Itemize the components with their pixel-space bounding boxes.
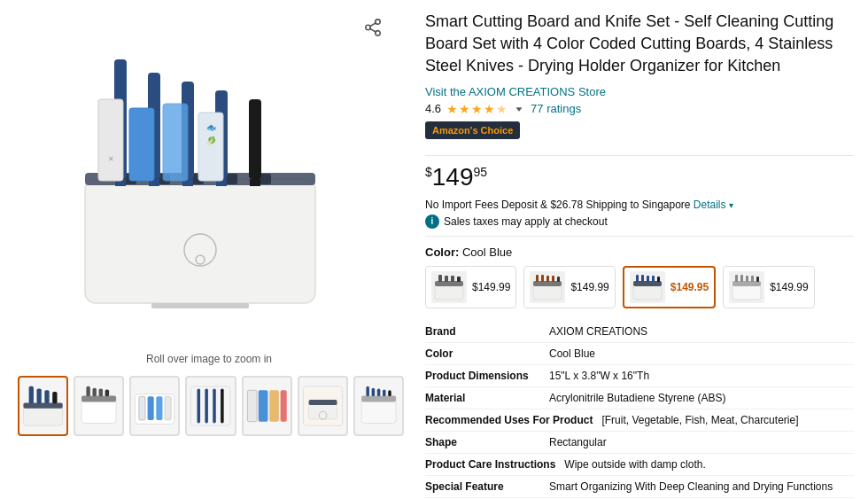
svg-rect-39	[81, 395, 116, 402]
color-option-2-price: $149.99	[570, 281, 608, 293]
store-link[interactable]: Visit the AXIOM CREATIONS Store	[425, 85, 606, 98]
color-option-3-price: $149.95	[670, 281, 709, 293]
thumb-3-image	[131, 379, 178, 433]
svg-rect-66	[377, 389, 381, 397]
details-link[interactable]: Details	[694, 199, 726, 211]
detail-row-4: Recommended Uses For Product [Fruit, Veg…	[425, 409, 854, 432]
svg-rect-68	[388, 390, 391, 396]
svg-line-31	[370, 23, 376, 27]
svg-rect-18	[249, 99, 261, 179]
thumbnail-4[interactable]	[185, 376, 236, 436]
thumbnail-3[interactable]	[129, 376, 180, 436]
rating-row: 4.6 ★ ★ ★ ★ ★ 77 ratings	[425, 102, 854, 116]
svg-rect-54	[247, 390, 257, 421]
thumbnail-7[interactable]	[353, 376, 404, 436]
svg-rect-20	[98, 99, 123, 181]
price-dollars: 149	[432, 163, 474, 191]
svg-rect-42	[99, 389, 103, 397]
svg-rect-60	[308, 400, 337, 405]
thumbnail-1[interactable]	[18, 376, 68, 436]
detail-value-6: Wipe outside with damp cloth.	[564, 458, 854, 471]
color-option-3[interactable]: $149.95	[623, 266, 716, 308]
price-display: $14995	[425, 163, 487, 191]
star-5-half: ★	[496, 102, 508, 116]
svg-rect-55	[258, 390, 267, 421]
svg-rect-46	[148, 396, 154, 420]
color-option-4-price: $149.99	[770, 281, 808, 293]
svg-rect-93	[740, 275, 743, 282]
svg-rect-96	[756, 277, 759, 282]
color-swatch-4	[731, 273, 763, 301]
svg-rect-48	[165, 396, 171, 420]
main-image-container[interactable]: ✕ 🐟 🥬	[14, 11, 386, 347]
tax-text: Sales taxes may apply at checkout	[444, 215, 608, 228]
svg-rect-81	[552, 276, 554, 282]
color-swatch-1	[433, 273, 465, 301]
shipping-info: No Import Fees Deposit & $26.78 Shipping…	[425, 199, 854, 211]
detail-row-5: Shape Rectangular	[425, 432, 854, 454]
color-option-4-img	[729, 271, 764, 303]
svg-rect-22	[129, 108, 154, 181]
thumbnail-6[interactable]	[298, 376, 348, 436]
svg-rect-35	[36, 389, 41, 404]
detail-label-0: Brand	[425, 325, 540, 338]
detail-label-4: Recommended Uses For Product	[425, 414, 593, 426]
svg-line-30	[370, 28, 376, 32]
svg-rect-64	[366, 386, 369, 397]
detail-row-3: Material Acrylonitrile Butadiene Styrene…	[425, 387, 854, 409]
svg-text:🥬: 🥬	[206, 136, 217, 146]
svg-rect-34	[29, 386, 34, 403]
color-option-2-img	[530, 271, 565, 303]
detail-value-7: Smart Organizing With Deep Cleaning and …	[549, 480, 854, 493]
svg-rect-95	[751, 276, 754, 282]
amazons-choice-badge: Amazon's Choice	[425, 121, 520, 139]
thumbnail-5[interactable]	[242, 376, 292, 436]
svg-rect-80	[546, 276, 549, 282]
share-icon	[363, 18, 383, 37]
svg-rect-23	[163, 104, 188, 181]
rating-dropdown-icon[interactable]	[513, 103, 525, 115]
detail-row-0: Brand AXIOM CREATIONS	[425, 321, 854, 343]
color-option-2[interactable]: $149.99	[523, 266, 615, 308]
svg-rect-33	[23, 402, 62, 408]
detail-value-3: Acrylonitrile Butadiene Styrene (ABS)	[549, 392, 854, 404]
svg-rect-86	[641, 275, 644, 282]
detail-row-2: Product Dimensions 15"L x 3.8"W x 16"Th	[425, 365, 854, 387]
svg-rect-78	[536, 275, 539, 282]
color-option-1[interactable]: $149.99	[425, 266, 516, 308]
rating-number: 4.6	[425, 102, 441, 115]
detail-label-2: Product Dimensions	[425, 370, 540, 382]
ratings-count[interactable]: 77 ratings	[531, 102, 581, 115]
svg-rect-85	[636, 275, 639, 282]
thumb-7-image	[355, 379, 402, 433]
thumbnail-2[interactable]	[74, 376, 124, 436]
detail-value-2: 15"L x 3.8"W x 16"Th	[549, 370, 854, 382]
star-1: ★	[446, 102, 458, 116]
svg-rect-56	[269, 390, 279, 421]
detail-value-1: Cool Blue	[549, 347, 854, 360]
tax-info: i Sales taxes may apply at checkout	[425, 214, 854, 229]
price-cents: 95	[474, 164, 488, 178]
detail-label-3: Material	[425, 392, 540, 404]
svg-rect-79	[541, 275, 544, 282]
svg-rect-67	[383, 389, 386, 396]
right-panel: Smart Cutting Board and Knife Set - Self…	[418, 11, 854, 498]
stars: ★ ★ ★ ★ ★	[446, 102, 508, 116]
info-icon: i	[425, 214, 439, 229]
share-button[interactable]	[360, 14, 386, 41]
svg-rect-73	[445, 276, 448, 282]
badge-text: Amazon's Choice	[432, 125, 513, 136]
color-option-1-price: $149.99	[472, 281, 510, 293]
color-option-4[interactable]: $149.99	[723, 266, 814, 308]
detail-label-5: Shape	[425, 436, 540, 448]
main-product-image: ✕ 🐟 🥬	[50, 42, 351, 316]
details-dropdown-icon[interactable]: ▾	[729, 200, 733, 210]
svg-rect-32	[23, 406, 62, 425]
color-swatch-2	[531, 273, 563, 301]
svg-rect-82	[557, 277, 560, 282]
detail-row-6: Product Care Instructions Wipe outside w…	[425, 454, 854, 476]
svg-rect-37	[52, 392, 57, 403]
svg-rect-74	[451, 276, 454, 282]
star-2: ★	[459, 102, 470, 116]
color-option-3-img	[630, 271, 665, 303]
